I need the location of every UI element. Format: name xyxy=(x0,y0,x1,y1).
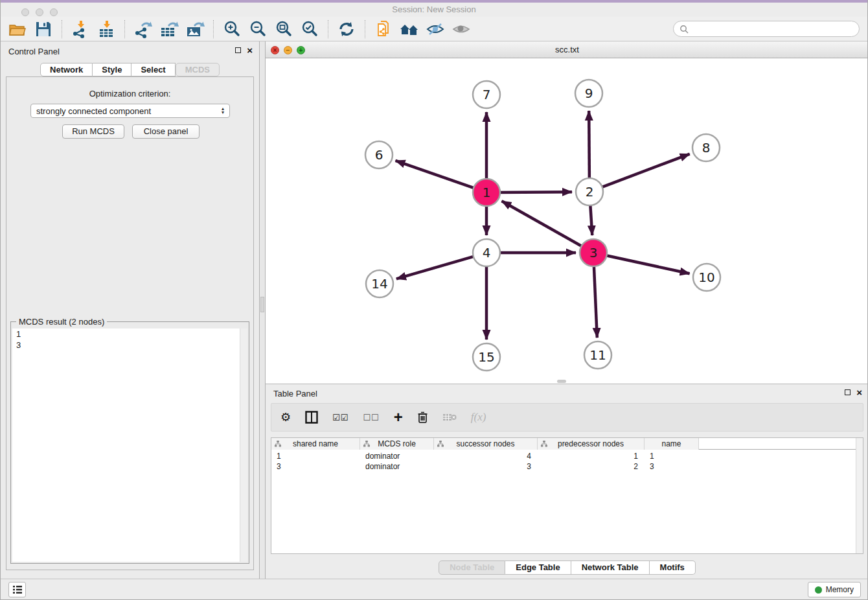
network-window-titlebar[interactable]: scc.txt × − + xyxy=(266,41,868,58)
export-table-button[interactable] xyxy=(156,18,182,40)
column-header-shared-name[interactable]: shared name xyxy=(271,438,360,450)
table-scrollbar[interactable] xyxy=(856,438,863,553)
home-view-button[interactable] xyxy=(396,18,422,40)
control-panel-close-button[interactable]: × xyxy=(247,47,253,54)
network-graph[interactable]: 1234678910111415 xyxy=(266,58,868,384)
import-network-button[interactable] xyxy=(67,18,93,40)
table-row[interactable]: 3 dominator 3 2 3 xyxy=(271,461,863,472)
table-header-row: shared name MCDS role successor nodes pr… xyxy=(271,438,863,450)
cell-name[interactable]: 3 xyxy=(645,461,699,472)
hide-graphics-details-button[interactable] xyxy=(422,18,448,40)
node-table[interactable]: shared name MCDS role successor nodes pr… xyxy=(271,437,863,554)
delete-column-button[interactable] xyxy=(417,408,428,426)
graph-edge-2-9[interactable] xyxy=(589,111,589,179)
open-session-button[interactable] xyxy=(5,18,30,40)
cell-shared-name[interactable]: 1 xyxy=(271,451,360,461)
control-panel-float-button[interactable] xyxy=(235,47,241,53)
eye-icon xyxy=(451,21,471,37)
cell-predecessor-nodes[interactable]: 2 xyxy=(538,461,645,472)
vertical-splitter[interactable] xyxy=(259,41,266,579)
apply-function-button[interactable]: f(x) xyxy=(471,408,486,426)
graph-node-label: 14 xyxy=(371,276,387,292)
refresh-layout-button[interactable] xyxy=(334,18,360,40)
run-mcds-button[interactable]: Run MCDS xyxy=(62,124,124,139)
splitter-grip[interactable] xyxy=(260,297,264,312)
canvas-resize-grip[interactable] xyxy=(557,380,566,383)
graph-edge-3-10[interactable] xyxy=(606,255,690,273)
network-canvas[interactable]: 1234678910111415 xyxy=(266,58,868,384)
select-all-button[interactable]: ☑☑ xyxy=(332,408,348,426)
tab-network[interactable]: Network xyxy=(40,63,93,76)
show-graphics-details-button[interactable] xyxy=(448,18,474,40)
column-header-mcds-role[interactable]: MCDS role xyxy=(360,438,434,450)
zoom-fit-button[interactable] xyxy=(271,18,297,40)
table-panel-float-button[interactable] xyxy=(845,389,851,395)
add-column-button[interactable]: + xyxy=(394,408,403,426)
graph-node-label: 8 xyxy=(702,140,711,156)
table-panel: Table Panel × ⚙ ☑☑ ☐☐ + xyxy=(266,384,868,579)
tab-node-table[interactable]: Node Table xyxy=(439,560,505,575)
tab-select[interactable]: Select xyxy=(131,63,175,76)
memory-button[interactable]: Memory xyxy=(808,582,861,597)
graph-edge-2-8[interactable] xyxy=(601,154,690,188)
cell-mcds-role[interactable]: dominator xyxy=(360,461,434,472)
mcds-result-list[interactable]: 1 3 xyxy=(12,329,247,562)
graph-edge-1-2[interactable] xyxy=(499,192,572,192)
save-session-button[interactable] xyxy=(30,18,56,40)
tab-edge-table[interactable]: Edge Table xyxy=(505,560,571,575)
tab-network-table[interactable]: Network Table xyxy=(571,560,650,575)
tab-style[interactable]: Style xyxy=(93,63,131,76)
deselect-all-button[interactable]: ☐☐ xyxy=(363,408,379,426)
column-header-successor-nodes[interactable]: successor nodes xyxy=(434,438,538,450)
graph-node-label: 1 xyxy=(483,185,491,200)
graph-node-label: 6 xyxy=(375,147,383,163)
export-network-button[interactable] xyxy=(130,18,156,40)
zoom-out-icon xyxy=(249,20,267,38)
import-network-icon xyxy=(71,20,89,38)
graph-edge-2-3[interactable] xyxy=(590,204,592,235)
split-table-view-button[interactable] xyxy=(305,408,318,426)
table-panel-close-button[interactable]: × xyxy=(856,389,862,396)
cell-name[interactable]: 1 xyxy=(645,451,699,461)
search-field[interactable] xyxy=(673,21,860,37)
task-history-button[interactable] xyxy=(8,582,26,597)
cell-successor-nodes[interactable]: 3 xyxy=(434,461,538,472)
network-close-button[interactable]: × xyxy=(271,46,279,54)
graph-edge-1-6[interactable] xyxy=(395,161,475,189)
close-panel-button[interactable]: Close panel xyxy=(132,124,200,139)
app-titlebar[interactable]: Session: New Session xyxy=(1,3,867,17)
graph-edge-3-11[interactable] xyxy=(594,265,597,338)
trash-icon xyxy=(417,411,428,424)
search-input[interactable] xyxy=(692,23,859,36)
graph-edge-3-1[interactable] xyxy=(502,201,583,246)
zoom-selected-button[interactable] xyxy=(297,18,323,40)
network-maximize-button[interactable]: + xyxy=(297,46,305,54)
mcds-result-groupbox: MCDS result (2 nodes) 1 3 xyxy=(10,321,249,564)
tab-motifs[interactable]: Motifs xyxy=(650,560,696,575)
column-header-predecessor-nodes[interactable]: predecessor nodes xyxy=(538,438,645,450)
mcds-result-title: MCDS result (2 nodes) xyxy=(16,317,107,327)
duplicate-network-button[interactable] xyxy=(371,18,396,40)
cell-shared-name[interactable]: 3 xyxy=(271,461,360,472)
criterion-select[interactable]: strongly connected component ▴▾ xyxy=(30,104,230,118)
app-minimize-button[interactable] xyxy=(36,8,43,16)
export-image-button[interactable] xyxy=(182,18,208,40)
app-close-button[interactable] xyxy=(21,8,29,16)
network-minimize-button[interactable]: − xyxy=(284,46,292,54)
graph-edge-4-14[interactable] xyxy=(396,256,475,279)
import-table-button[interactable] xyxy=(93,18,119,40)
function-icon: f(x) xyxy=(471,411,486,424)
column-settings-button[interactable]: ⚙ xyxy=(280,408,291,426)
cell-predecessor-nodes[interactable]: 1 xyxy=(538,451,645,461)
zoom-in-button[interactable] xyxy=(219,18,245,40)
app-zoom-button[interactable] xyxy=(50,8,58,16)
cell-successor-nodes[interactable]: 4 xyxy=(434,451,538,461)
result-scrollbar[interactable] xyxy=(240,329,247,562)
cell-mcds-role[interactable]: dominator xyxy=(360,451,434,461)
delete-table-button[interactable] xyxy=(442,408,457,426)
table-row[interactable]: 1 dominator 4 1 1 xyxy=(271,451,863,461)
tab-mcds[interactable]: MCDS xyxy=(176,63,220,76)
zoom-out-button[interactable] xyxy=(245,18,271,40)
memory-label: Memory xyxy=(826,585,854,594)
column-header-name[interactable]: name xyxy=(645,438,699,450)
